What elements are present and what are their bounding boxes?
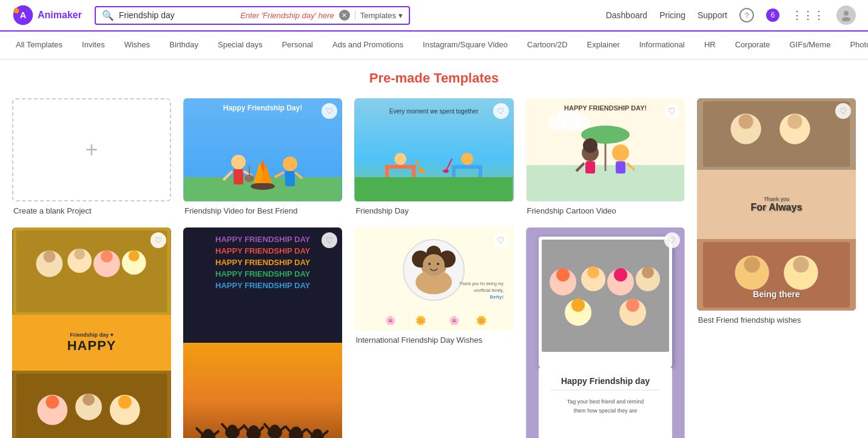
template-thumb-intl: ♡ Thank you for being my unofficial fami… xyxy=(354,227,513,331)
svg-point-5 xyxy=(842,17,850,21)
tab-hr[interactable]: HR xyxy=(695,33,725,58)
tab-corporate[interactable]: Corporate xyxy=(725,33,780,58)
template-thumb-collage: ♡ xyxy=(12,227,171,438)
template-intl-wishes[interactable]: ♡ Thank you for being my unofficial fami… xyxy=(354,227,513,345)
favorite-button[interactable]: ♡ xyxy=(835,103,851,119)
svg-rect-84 xyxy=(184,343,341,438)
help-icon: ? xyxy=(744,11,749,20)
svg-point-69 xyxy=(43,251,55,263)
svg-point-139 xyxy=(587,266,599,278)
svg-rect-50 xyxy=(616,161,625,174)
nav-links: Dashboard Pricing Support ? 6 ⋮⋮⋮ xyxy=(606,5,856,25)
fr-line-3: HAPPY FRIENDSHIP DAY xyxy=(190,258,335,267)
search-scope-dropdown[interactable]: Templates ▾ xyxy=(355,11,403,20)
fr-line-1: HAPPY FRIENDSHIP DAY xyxy=(190,235,335,244)
template-friendship-best[interactable]: ♡ xyxy=(183,98,342,215)
pricing-link[interactable]: Pricing xyxy=(659,10,685,20)
svg-rect-30 xyxy=(479,165,482,177)
fr-line-2: HAPPY FRIENDSHIP DAY xyxy=(190,246,335,255)
svg-rect-54 xyxy=(703,101,850,167)
logo[interactable]: A Animaker xyxy=(12,4,85,26)
tab-instagram[interactable]: Instagram/Square Video xyxy=(413,33,517,58)
svg-point-8 xyxy=(251,183,275,190)
svg-point-34 xyxy=(419,169,425,173)
svg-point-62 xyxy=(744,257,759,272)
svg-point-73 xyxy=(101,251,113,263)
tab-ads-promotions[interactable]: Ads and Promotions xyxy=(323,33,413,58)
svg-point-124 xyxy=(428,263,431,265)
page-title: Pre-made Templates xyxy=(0,59,868,92)
svg-text:A: A xyxy=(20,10,27,20)
svg-point-58 xyxy=(787,114,802,129)
template-friendship-cartoon[interactable]: ♡ HAP xyxy=(526,98,685,215)
svg-text:Tag your best friend and remin: Tag your best friend and remind xyxy=(567,399,644,405)
notif-count: 6 xyxy=(771,11,775,19)
svg-text:🌸: 🌸 xyxy=(385,315,396,326)
user-avatar[interactable] xyxy=(836,5,856,25)
bf-row-bottom: Being there xyxy=(697,239,856,311)
tab-cartoon[interactable]: Cartoon/2D xyxy=(517,33,577,58)
plus-icon: + xyxy=(86,137,98,163)
template-label-friendship-day: Friendship Day xyxy=(354,206,513,215)
template-thumb-simple: ♡ HAPPY FRIENDSHIP DAY HAPPY FRIENDSHIP … xyxy=(183,227,342,438)
svg-point-123 xyxy=(423,254,445,276)
svg-text:Happy Friendship day: Happy Friendship day xyxy=(561,376,650,386)
thumb-svg: Happy Friendship Day! xyxy=(183,98,342,201)
dashboard-link[interactable]: Dashboard xyxy=(606,10,648,20)
favorite-button[interactable]: ♡ xyxy=(493,232,509,248)
svg-point-125 xyxy=(437,263,439,265)
tab-invites[interactable]: Invites xyxy=(72,33,115,58)
help-button[interactable]: ? xyxy=(739,8,754,22)
tab-personal[interactable]: Personal xyxy=(272,33,323,58)
favorite-button[interactable]: ♡ xyxy=(664,232,680,248)
simple-layout: HAPPY FRIENDSHIP DAY HAPPY FRIENDSHIP DA… xyxy=(183,227,342,438)
favorite-button[interactable]: ♡ xyxy=(150,232,166,248)
svg-rect-28 xyxy=(452,165,482,169)
svg-text:Every moment we spent together: Every moment we spent together xyxy=(389,108,479,115)
template-label-friendship-best: Friendship Video for Best Friend xyxy=(183,206,342,215)
template-social-post[interactable]: ♡ Hap xyxy=(526,227,685,438)
search-icon: 🔍 xyxy=(102,10,114,21)
avatar-icon xyxy=(840,9,852,21)
tab-photo-video[interactable]: Photo Video xyxy=(840,33,868,58)
thumb-svg-3: HAPPY FRIENDSHIP DAY! xyxy=(526,98,685,201)
template-collage[interactable]: ♡ xyxy=(12,227,171,438)
tab-informational[interactable]: Informational xyxy=(630,33,695,58)
support-link[interactable]: Support xyxy=(698,10,727,20)
tab-special-days[interactable]: Special days xyxy=(208,33,272,58)
svg-text:Happy Friendship Day!: Happy Friendship Day! xyxy=(223,104,303,112)
template-blank[interactable]: + Create a blank Project xyxy=(12,98,171,215)
template-friendship-day[interactable]: ♡ xyxy=(354,98,513,215)
tab-explainer[interactable]: Explainer xyxy=(577,33,630,58)
template-thumb-social: ♡ Hap xyxy=(526,227,685,438)
svg-point-81 xyxy=(82,393,95,405)
tab-all-templates[interactable]: All Templates xyxy=(6,33,72,58)
collage-top-photos xyxy=(12,227,171,315)
favorite-button[interactable]: ♡ xyxy=(664,103,680,119)
svg-point-145 xyxy=(571,298,585,312)
svg-rect-27 xyxy=(412,165,415,177)
tab-birthday[interactable]: Birthday xyxy=(160,33,208,58)
collage-layout: Friendship day ♥ HAPPY xyxy=(12,227,171,438)
clear-search-button[interactable]: ✕ xyxy=(339,10,350,21)
svg-text:them how special they are: them how special they are xyxy=(573,408,637,414)
template-best-friend-wishes[interactable]: ♡ Thank you For Always xyxy=(697,98,856,345)
svg-point-56 xyxy=(738,114,753,129)
notification-badge[interactable]: 6 xyxy=(766,8,779,22)
template-label-cartoon: Friendship Cartoon Video xyxy=(526,206,685,215)
svg-text:🌼: 🌼 xyxy=(476,315,487,326)
favorite-button[interactable]: ♡ xyxy=(493,103,509,119)
svg-rect-19 xyxy=(285,171,295,186)
apps-grid-icon[interactable]: ⋮⋮⋮ xyxy=(792,8,824,22)
template-simple-friendship[interactable]: ♡ HAPPY FRIENDSHIP DAY HAPPY FRIENDSHIP … xyxy=(183,227,342,438)
svg-point-141 xyxy=(614,268,627,281)
social-svg: Happy Friendship day Tag your best frien… xyxy=(526,227,685,438)
tab-wishes[interactable]: Wishes xyxy=(115,33,160,58)
templates-grid: + Create a blank Project ♡ xyxy=(0,92,868,438)
template-thumb-friendship-day: ♡ xyxy=(354,98,513,201)
search-input[interactable] xyxy=(119,10,235,20)
svg-point-16 xyxy=(244,175,254,182)
collage-top-svg xyxy=(12,227,171,315)
template-thumb-bestfriend: ♡ Thank you For Always xyxy=(697,98,856,311)
tab-gifs[interactable]: GIFs/Meme xyxy=(780,33,841,58)
